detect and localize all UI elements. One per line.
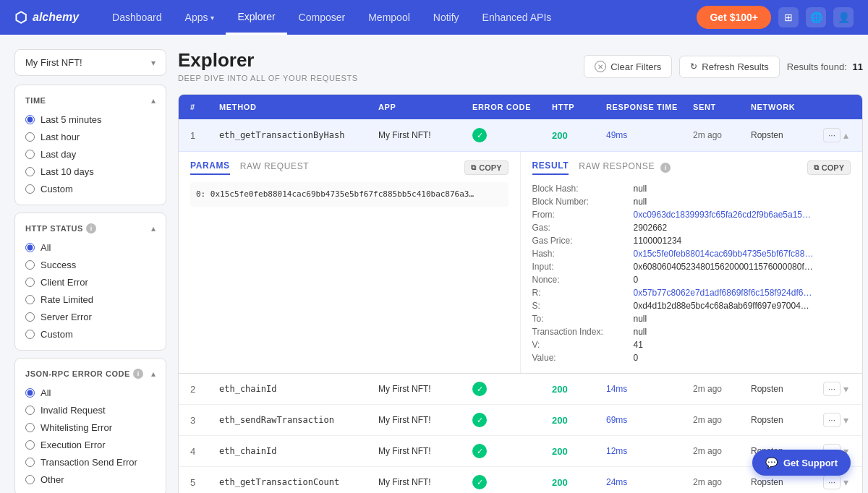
http-status-section: HTTP STATUS i ▴ All Success Client Error… xyxy=(14,213,166,351)
user-icon[interactable]: 👤 xyxy=(833,7,854,27)
http-option-client-error[interactable]: Client Error xyxy=(25,277,156,288)
http-status-title: HTTP STATUS xyxy=(25,224,83,233)
copy-icon: ⧉ xyxy=(471,163,476,172)
params-copy-button[interactable]: ⧉ COPY xyxy=(464,160,508,175)
logo-text: alchemy xyxy=(33,11,79,24)
nav-notify[interactable]: Notify xyxy=(422,0,471,35)
time-option-last-day[interactable]: Last day xyxy=(25,149,156,160)
rpc-option-all[interactable]: All xyxy=(25,387,156,398)
th-actions xyxy=(819,95,855,119)
page-title: Explorer xyxy=(178,49,358,72)
rpc-option-execution[interactable]: Execution Error xyxy=(25,440,156,450)
th-sent: SENT xyxy=(689,95,746,119)
page-subtitle: DEEP DIVE INTO ALL OF YOUR REQUESTS xyxy=(178,74,358,82)
time-option-last-hour[interactable]: Last hour xyxy=(25,132,156,142)
row1-collapse-icon[interactable]: ▴ xyxy=(843,129,848,141)
clear-filters-button[interactable]: ✕ Clear Filters xyxy=(584,55,672,78)
globe-icon[interactable]: 🌐 xyxy=(806,7,826,27)
result-row-r: R: 0x57b77c8062e7d1adf6869f8f6c158f924df… xyxy=(532,286,851,299)
expanded-row-1: 1 eth_getTransactionByHash My First NFT!… xyxy=(179,119,862,374)
row3-expand-icon[interactable]: ▾ xyxy=(843,414,848,426)
nav-apps[interactable]: Apps ▾ xyxy=(174,0,226,35)
row3-more-button[interactable]: ··· xyxy=(823,413,841,427)
header-actions: ✕ Clear Filters ↻ Refresh Results Result… xyxy=(584,55,863,78)
nav-explorer[interactable]: Explorer xyxy=(226,0,286,35)
row1-sent: 2m ago xyxy=(689,121,746,149)
result-row-to: To: null xyxy=(532,312,851,325)
nav-right: Get $100+ ⊞ 🌐 👤 xyxy=(697,6,854,29)
rpc-option-tx-send[interactable]: Transaction Send Error xyxy=(25,457,156,468)
th-error-code: ERROR CODE xyxy=(468,95,548,119)
row5-expand-icon[interactable]: ▾ xyxy=(843,476,848,488)
get-100-button[interactable]: Get $100+ xyxy=(697,6,771,29)
result-row-gas: Gas: 2902662 xyxy=(532,221,851,234)
table-row[interactable]: 3 eth_sendRawTransaction My First NFT! ✓… xyxy=(179,405,862,436)
nav-composer[interactable]: Composer xyxy=(287,0,357,35)
row2-expand-icon[interactable]: ▾ xyxy=(843,383,848,395)
time-section-title: TIME xyxy=(25,96,46,105)
app-selector-label: My First NFT! xyxy=(25,57,82,68)
row1-app: My First NFT! xyxy=(374,121,468,149)
rpc-error-title: JSON-RPC ERROR CODE xyxy=(25,369,130,378)
params-tab[interactable]: PARAMS xyxy=(190,160,230,175)
result-tab[interactable]: RESULT xyxy=(532,160,569,175)
http-status-info-icon[interactable]: i xyxy=(86,223,96,233)
rpc-error-chevron-icon[interactable]: ▴ xyxy=(151,369,156,379)
raw-request-tab[interactable]: RAW REQUEST xyxy=(240,161,310,174)
row1-error-code: ✓ xyxy=(468,119,548,151)
support-chat-icon: 💬 xyxy=(765,457,778,468)
refresh-results-button[interactable]: ↻ Refresh Results xyxy=(679,56,779,78)
result-row-txindex: Transaction Index: null xyxy=(532,325,851,338)
rpc-option-other[interactable]: Other xyxy=(25,474,156,485)
row1-more-button[interactable]: ··· xyxy=(823,128,841,142)
http-option-rate-limited[interactable]: Rate Limited xyxy=(25,294,156,305)
table-row[interactable]: 2 eth_chainId My First NFT! ✓ 200 14ms 2… xyxy=(179,374,862,405)
th-method: METHOD xyxy=(215,95,374,119)
nav-mempool[interactable]: Mempool xyxy=(357,0,422,35)
row1-response-time: 49ms xyxy=(602,121,689,149)
expanded-content: PARAMS RAW REQUEST ⧉ COPY 0: 0x15c5fe0fe… xyxy=(179,152,862,373)
navbar: ⬡ alchemy Dashboard Apps ▾ Explorer Comp… xyxy=(0,0,868,35)
http-status-chevron-icon[interactable]: ▴ xyxy=(151,223,156,233)
nav-dashboard[interactable]: Dashboard xyxy=(101,0,174,35)
time-option-custom[interactable]: Custom xyxy=(25,184,156,194)
http-option-server-error[interactable]: Server Error xyxy=(25,312,156,322)
rpc-option-whitelisting[interactable]: Whitelisting Error xyxy=(25,422,156,433)
row1-num: 1 xyxy=(186,121,215,150)
refresh-icon: ↻ xyxy=(690,61,697,72)
rpc-option-invalid[interactable]: Invalid Request xyxy=(25,405,156,416)
result-row-nonce: Nonce: 0 xyxy=(532,273,851,286)
th-http: HTTP xyxy=(548,95,602,119)
result-row-hash: Hash: 0x15c5fe0feb88014cac69bb4735e5bf67… xyxy=(532,247,851,260)
http-option-all[interactable]: All xyxy=(25,242,156,253)
row5-more-button[interactable]: ··· xyxy=(823,475,841,489)
time-option-last10days[interactable]: Last 10 days xyxy=(25,166,156,177)
apps-chevron-icon: ▾ xyxy=(210,14,214,22)
params-content: 0: 0x15c5fe0feb88014cac69bb4735e5bf67fc8… xyxy=(190,182,509,207)
clear-filters-x-icon: ✕ xyxy=(595,61,606,72)
time-option-last5[interactable]: Last 5 minutes xyxy=(25,114,156,125)
result-row-s: S: 0xd4d1b2d88e5bc4c68a8ab69ff697e97004b… xyxy=(532,299,851,312)
result-row-from: From: 0xc0963dc1839993fc65fa26cd2f9b6ae5… xyxy=(532,208,851,221)
row2-more-button[interactable]: ··· xyxy=(823,382,841,396)
nav-enhanced-apis[interactable]: Enhanced APIs xyxy=(471,0,563,35)
http-option-success[interactable]: Success xyxy=(25,260,156,270)
result-row-input: Input: 0x6080604052348015620000115760000… xyxy=(532,260,851,273)
http-option-custom[interactable]: Custom xyxy=(25,329,156,340)
grid-icon[interactable]: ⊞ xyxy=(778,7,799,27)
raw-response-tab[interactable]: RAW RESPONSE xyxy=(579,161,655,174)
result-copy-button[interactable]: ⧉ COPY xyxy=(807,160,851,175)
rpc-radio-group: All Invalid Request Whitelisting Error E… xyxy=(25,387,156,485)
result-info-icon[interactable]: i xyxy=(660,163,671,173)
expanded-row-1-header[interactable]: 1 eth_getTransactionByHash My First NFT!… xyxy=(179,119,862,152)
app-selector[interactable]: My First NFT! ▾ xyxy=(14,49,166,76)
logo[interactable]: ⬡ alchemy xyxy=(14,9,79,26)
result-row-blockhash: Block Hash: null xyxy=(532,182,851,195)
rpc-error-info-icon[interactable]: i xyxy=(133,369,143,379)
row1-network: Ropsten xyxy=(746,121,819,149)
result-row-blocknumber: Block Number: null xyxy=(532,195,851,208)
time-section-chevron-icon[interactable]: ▴ xyxy=(151,95,156,106)
row1-method: eth_getTransactionByHash xyxy=(215,121,374,149)
result-content: Block Hash: null Block Number: null From… xyxy=(532,182,851,364)
get-support-button[interactable]: 💬 Get Support xyxy=(752,450,851,476)
